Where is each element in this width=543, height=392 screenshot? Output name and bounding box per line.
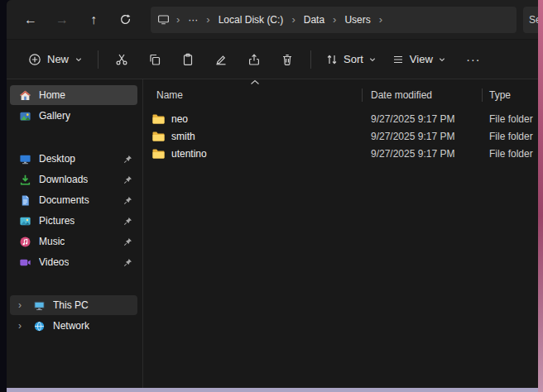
sidebar-item-label: Network (53, 320, 89, 332)
column-header-date-modified[interactable]: Date modified (363, 85, 483, 105)
file-explorer-window: ← → ↑ › ··· › Local Disk (C:) › Data › U… (7, 0, 538, 388)
sidebar-item-music[interactable]: Music (10, 232, 137, 251)
pictures-icon (18, 214, 31, 227)
sidebar-gap (7, 273, 142, 294)
pin-icon (123, 217, 132, 226)
copy-icon (148, 53, 161, 66)
breadcrumb-overflow-button[interactable]: ··· (183, 12, 203, 28)
rename-icon (214, 53, 228, 66)
column-header-type[interactable]: Type (483, 85, 538, 105)
view-button-label: View (410, 53, 433, 65)
sidebar-item-label: Downloads (39, 174, 88, 185)
sidebar-item-gallery[interactable]: Gallery (10, 106, 137, 126)
trash-icon (281, 53, 294, 66)
refresh-icon (119, 13, 132, 26)
up-button[interactable]: ↑ (78, 7, 109, 33)
music-icon (18, 235, 31, 248)
sidebar-item-label: This PC (53, 299, 89, 311)
cut-button[interactable] (105, 45, 138, 74)
chevron-down-icon (438, 55, 446, 64)
command-bar: New (7, 40, 538, 79)
paste-button[interactable] (171, 45, 204, 74)
file-name-cell: smith (143, 130, 363, 143)
pin-icon (123, 175, 132, 184)
plus-circle-icon (28, 53, 41, 66)
folder-icon (151, 130, 165, 143)
file-name-cell: utentino (143, 147, 363, 160)
sort-button[interactable]: Sort (318, 45, 384, 74)
breadcrumb-users[interactable]: Users (339, 12, 375, 28)
search-input[interactable]: Se (523, 7, 538, 33)
network-icon (32, 319, 46, 332)
file-rows: neo 9/27/2025 9:17 PM File folder smith … (143, 110, 538, 162)
sidebar-item-label: Pictures (39, 215, 74, 227)
pin-icon (123, 258, 132, 267)
clipboard-icon (181, 53, 195, 66)
this-pc-icon (32, 299, 46, 312)
share-button[interactable] (238, 45, 271, 74)
sidebar-item-documents[interactable]: Documents (10, 190, 137, 210)
file-list-pane: Name Date modified Type neo (142, 79, 538, 388)
file-name: utentino (171, 148, 207, 160)
sort-icon (325, 53, 339, 66)
column-header-label: Date modified (371, 89, 432, 101)
column-header-label: Name (156, 89, 183, 101)
sidebar-item-label: Videos (39, 256, 69, 268)
delete-button[interactable] (271, 45, 304, 74)
sort-ascending-caret-icon (249, 79, 261, 85)
sidebar-item-desktop[interactable]: Desktop (10, 149, 137, 169)
scissors-icon (115, 53, 128, 66)
column-headers: Name Date modified Type (143, 85, 538, 105)
search-text: Se (529, 14, 538, 26)
see-more-button[interactable]: ··· (459, 45, 488, 74)
copy-button[interactable] (138, 45, 171, 74)
explorer-body: Home Gallery Desktop (7, 79, 538, 388)
chevron-right-icon: › (377, 13, 384, 26)
column-header-name[interactable]: Name (143, 85, 363, 105)
chevron-right-icon: › (331, 13, 338, 26)
rename-button[interactable] (204, 45, 238, 74)
desktop-edge-right (538, 0, 543, 392)
refresh-button[interactable] (109, 7, 141, 33)
toolbar-separator (98, 50, 99, 69)
view-button[interactable]: View (384, 45, 454, 74)
sidebar-item-videos[interactable]: Videos (10, 252, 137, 272)
pin-icon (123, 196, 132, 205)
expand-chevron-icon[interactable]: › (15, 299, 25, 311)
file-row-smith[interactable]: smith 9/27/2025 9:17 PM File folder (143, 127, 538, 145)
folder-icon (151, 112, 165, 126)
chevron-right-icon: › (290, 13, 296, 26)
chevron-right-icon: › (204, 13, 211, 26)
downloads-icon (18, 173, 31, 186)
forward-button[interactable]: → (46, 7, 78, 33)
breadcrumb-data[interactable]: Data (299, 12, 329, 28)
sidebar-item-downloads[interactable]: Downloads (10, 170, 137, 189)
file-name: neo (171, 113, 188, 125)
file-row-utentino[interactable]: utentino 9/27/2025 9:17 PM File folder (143, 145, 538, 162)
navigation-bar: ← → ↑ › ··· › Local Disk (C:) › Data › U… (7, 0, 538, 40)
expand-chevron-icon[interactable]: › (15, 320, 25, 332)
folder-icon (151, 147, 165, 160)
file-date-modified: 9/27/2025 9:17 PM (363, 131, 483, 142)
location-monitor-icon (157, 13, 170, 26)
column-header-label: Type (489, 89, 511, 101)
new-button[interactable]: New (20, 45, 91, 74)
sidebar-item-network[interactable]: › Network (10, 316, 137, 336)
share-icon (247, 53, 261, 66)
file-type: File folder (483, 148, 538, 160)
file-row-neo[interactable]: neo 9/27/2025 9:17 PM File folder (143, 110, 538, 127)
sidebar-item-home[interactable]: Home (10, 85, 137, 105)
back-button[interactable]: ← (15, 7, 46, 33)
sidebar-item-label: Home (39, 89, 65, 101)
breadcrumb-local-disk[interactable]: Local Disk (C:) (214, 12, 289, 28)
desktop-icon (18, 152, 31, 165)
pin-icon (123, 155, 132, 164)
sidebar-item-label: Documents (39, 194, 89, 206)
sidebar-item-pictures[interactable]: Pictures (10, 211, 137, 231)
sidebar-item-this-pc[interactable]: › This PC (10, 295, 137, 315)
new-button-label: New (47, 53, 69, 65)
sidebar-item-label: Desktop (39, 153, 75, 165)
address-bar[interactable]: › ··· › Local Disk (C:) › Data › Users › (151, 7, 517, 33)
chevron-down-icon (368, 55, 377, 64)
chevron-right-icon: › (175, 13, 181, 26)
